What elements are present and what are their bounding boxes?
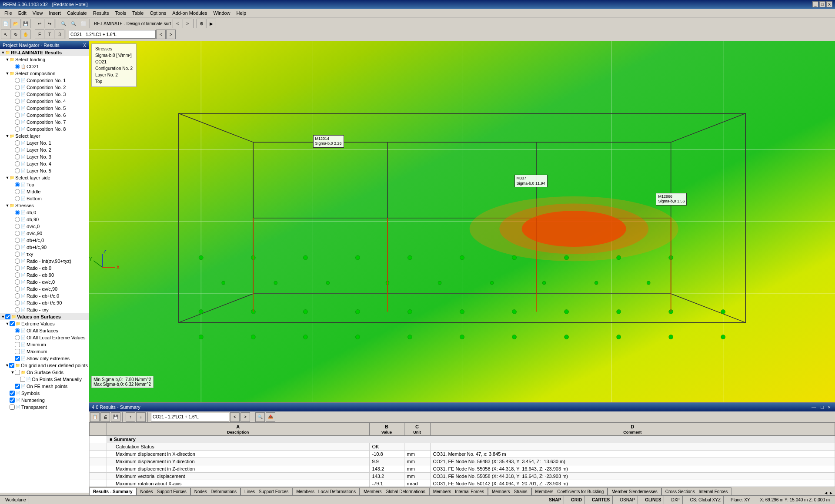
tree-ratio-ab90[interactable]: 📄 Ratio - αb,90 (0, 272, 89, 279)
extreme-expand[interactable]: ▼ (5, 322, 10, 326)
tree-on-points-set[interactable]: 📄 On Points Set Manually (0, 376, 89, 383)
tree-extreme-values[interactable]: ▼ 📁 Extreme Values (0, 320, 89, 327)
transparent-checkbox[interactable] (10, 405, 15, 410)
rotate-button[interactable]: ↻ (11, 30, 20, 39)
zoom-in-button[interactable]: 🔍 (59, 19, 68, 28)
maximize-button[interactable]: □ (819, 1, 825, 7)
layer3-radio[interactable] (15, 154, 20, 159)
formula-right[interactable]: > (166, 30, 176, 39)
side-expand[interactable]: ▼ (5, 176, 10, 180)
glines-indicator[interactable]: GLINES (642, 496, 664, 504)
tree-sb90[interactable]: 📄 σb,90 (0, 216, 89, 223)
tab-scroll-controls[interactable]: ◄ ► (822, 491, 835, 495)
tree-ratio-int[interactable]: 📄 Ratio - int(σv,90+τyz) (0, 258, 89, 265)
ratio-ab90-radio[interactable] (15, 272, 20, 278)
view-front[interactable]: F (35, 30, 44, 39)
tree-comp3[interactable]: 📄 Composition No. 3 (0, 91, 89, 98)
menu-calculate[interactable]: Calculate (64, 10, 90, 17)
menu-insert[interactable]: Insert (46, 10, 63, 17)
numbering-checkbox[interactable] (10, 398, 15, 403)
tree-maximum[interactable]: 📄 Maximum (0, 348, 89, 355)
tree-sbtc0[interactable]: 📄 σb+t/c,0 (0, 237, 89, 244)
values-checkbox[interactable] (5, 314, 10, 319)
new-button[interactable]: 📄 (1, 19, 10, 28)
tree-select-layer[interactable]: ▼ 📁 Select layer (0, 133, 89, 139)
tree-bottom[interactable]: 📄 Bottom (0, 195, 89, 202)
tab-members-coeff-buckling[interactable]: Members - Coefficients for Buckling (531, 487, 608, 495)
results-export-button[interactable]: 📤 (266, 412, 275, 422)
loading-expand[interactable]: ▼ (5, 57, 10, 62)
formula-input[interactable] (69, 30, 156, 39)
menu-window[interactable]: Window (210, 10, 233, 17)
layer4-radio[interactable] (15, 161, 20, 166)
txy-radio[interactable] (15, 252, 20, 257)
snap-indicator[interactable]: SNAP (546, 496, 564, 504)
ratio-abtc90-radio[interactable] (15, 300, 20, 305)
dxf-indicator[interactable]: DXF (668, 496, 683, 504)
layer1-radio[interactable] (15, 140, 20, 146)
view-3d[interactable]: 3 (55, 30, 64, 39)
render-button[interactable]: ▶ (207, 19, 216, 28)
tree-select-layer-side[interactable]: ▼ 📁 Select layer side (0, 174, 89, 181)
tree-txy[interactable]: 📄 τxy (0, 251, 89, 258)
points-set-checkbox[interactable] (20, 377, 25, 382)
tree-layer3[interactable]: 📄 Layer No. 3 (0, 153, 89, 160)
stress-expand[interactable]: ▼ (5, 203, 10, 208)
nav-next-button[interactable]: > (183, 19, 192, 28)
values-expand[interactable]: ▼ (1, 315, 5, 319)
tab-nodes-deformations[interactable]: Nodes - Deformations (190, 487, 240, 495)
tree-ratio-ac90[interactable]: 📄 Ratio - αv/c,90 (0, 285, 89, 292)
ratio-ab0-radio[interactable] (15, 265, 20, 271)
sc0-radio[interactable] (15, 224, 20, 229)
tab-members-strains[interactable]: Members - Strains (488, 487, 531, 495)
tab-members-local-deformations[interactable]: Members - Local Deformations (292, 487, 360, 495)
pan-button[interactable]: ✋ (21, 30, 30, 39)
tree-comp5[interactable]: 📄 Composition No. 5 (0, 105, 89, 112)
co21-radio[interactable] (15, 64, 20, 69)
tree-transparent[interactable]: 📄 Transparent (0, 404, 89, 411)
tree-select-loading[interactable]: ▼ 📁 Select loading (0, 56, 89, 63)
zoom-out-button[interactable]: 🔍 (69, 19, 78, 28)
comp5-radio[interactable] (15, 106, 20, 111)
tree-stresses[interactable]: ▼ 📁 Stresses (0, 202, 89, 209)
tree-sb0[interactable]: 📄 σb,0 (0, 209, 89, 216)
cartes-indicator[interactable]: CARTES (589, 496, 613, 504)
tree-show-only-extremes[interactable]: 📄 Show only extremes (0, 355, 89, 362)
comp3-radio[interactable] (15, 92, 20, 97)
tree-root[interactable]: ▼ 📁 RF-LAMINATE Results (0, 49, 89, 56)
formula-left[interactable]: < (156, 30, 166, 39)
minimize-button[interactable]: _ (812, 1, 818, 7)
tree-sc90[interactable]: 📄 σv/c,90 (0, 230, 89, 237)
maximum-checkbox[interactable] (15, 349, 20, 354)
tree-select-composition[interactable]: ▼ 📁 Select composition (0, 70, 89, 77)
extreme-checkbox[interactable] (10, 321, 15, 326)
tab-nodes-support-forces[interactable]: Nodes - Support Forces (137, 487, 190, 495)
menu-addon[interactable]: Add-on Modules (170, 10, 210, 17)
tab-cross-sections-internal[interactable]: Cross-Sections - Internal Forces (661, 487, 731, 495)
sbtc90-radio[interactable] (15, 245, 20, 250)
tree-ratio-ab0[interactable]: 📄 Ratio - αb,0 (0, 265, 89, 272)
bottom-radio[interactable] (15, 196, 20, 201)
ratio-ac0-radio[interactable] (15, 279, 20, 285)
tree-numbering[interactable]: 📄 Numbering (0, 397, 89, 404)
results-close-button[interactable]: × (826, 405, 832, 410)
fe-mesh-checkbox[interactable] (15, 384, 20, 389)
root-expand-icon[interactable]: ▼ (1, 50, 5, 55)
menu-help[interactable]: Help (234, 10, 249, 17)
results-formula-prev[interactable]: < (230, 412, 240, 422)
tree-comp7[interactable]: 📄 Composition No. 7 (0, 119, 89, 126)
tree-values-surfaces[interactable]: ▼ 📁 Values on Surfaces (0, 313, 89, 320)
menu-view[interactable]: View (30, 10, 46, 17)
ratio-int-radio[interactable] (15, 259, 20, 264)
sb0-radio[interactable] (15, 210, 20, 215)
tree-on-grid-user[interactable]: ▼ 📁 On grid and user-defined points (0, 362, 89, 369)
view-top[interactable]: T (45, 30, 54, 39)
comp2-radio[interactable] (15, 85, 20, 90)
top-radio[interactable] (15, 182, 20, 187)
tab-members-global-deformations[interactable]: Members - Global Deformations (360, 487, 429, 495)
tree-layer4[interactable]: 📄 Layer No. 4 (0, 160, 89, 167)
of-all-surfaces-radio[interactable] (15, 328, 20, 333)
tree-comp2[interactable]: 📄 Composition No. 2 (0, 84, 89, 91)
sb90-radio[interactable] (15, 217, 20, 222)
ratio-abtc0-radio[interactable] (15, 293, 20, 298)
